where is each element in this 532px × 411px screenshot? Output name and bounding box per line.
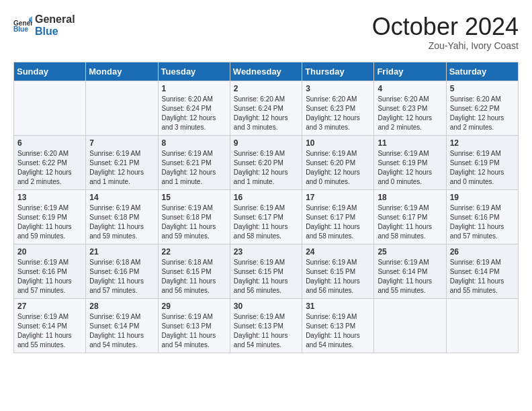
day-number: 24 <box>306 247 370 257</box>
calendar-week-row: 27Sunrise: 6:19 AM Sunset: 6:14 PM Dayli… <box>14 298 519 353</box>
calendar-cell: 28Sunrise: 6:19 AM Sunset: 6:14 PM Dayli… <box>86 298 158 353</box>
day-info: Sunrise: 6:19 AM Sunset: 6:18 PM Dayligh… <box>162 203 226 241</box>
day-number: 28 <box>89 302 154 311</box>
calendar-cell: 23Sunrise: 6:19 AM Sunset: 6:15 PM Dayli… <box>230 244 302 298</box>
day-number: 5 <box>450 84 515 93</box>
day-info: Sunrise: 6:19 AM Sunset: 6:19 PM Dayligh… <box>378 149 442 187</box>
weekday-header-friday: Friday <box>374 62 446 81</box>
day-info: Sunrise: 6:18 AM Sunset: 6:15 PM Dayligh… <box>162 258 226 295</box>
calendar-cell: 25Sunrise: 6:19 AM Sunset: 6:14 PM Dayli… <box>374 244 446 298</box>
calendar-cell <box>446 298 518 353</box>
weekday-header-saturday: Saturday <box>446 62 518 81</box>
calendar-cell: 12Sunrise: 6:19 AM Sunset: 6:19 PM Dayli… <box>446 135 518 189</box>
day-info: Sunrise: 6:19 AM Sunset: 6:15 PM Dayligh… <box>234 258 298 295</box>
day-info: Sunrise: 6:19 AM Sunset: 6:21 PM Dayligh… <box>89 149 154 187</box>
day-number: 21 <box>89 247 154 257</box>
day-number: 20 <box>17 247 82 257</box>
calendar-cell <box>374 298 446 353</box>
day-number: 8 <box>162 138 226 148</box>
weekday-header-wednesday: Wednesday <box>230 62 302 81</box>
calendar-week-row: 20Sunrise: 6:19 AM Sunset: 6:16 PM Dayli… <box>14 244 519 298</box>
day-info: Sunrise: 6:19 AM Sunset: 6:17 PM Dayligh… <box>378 203 442 241</box>
day-info: Sunrise: 6:19 AM Sunset: 6:13 PM Dayligh… <box>306 312 370 350</box>
location: Zou-Yahi, Ivory Coast <box>372 40 519 51</box>
logo-icon: General Blue <box>13 16 32 35</box>
calendar-cell: 3Sunrise: 6:20 AM Sunset: 6:23 PM Daylig… <box>302 81 374 135</box>
day-info: Sunrise: 6:20 AM Sunset: 6:23 PM Dayligh… <box>378 95 442 132</box>
calendar-week-row: 1Sunrise: 6:20 AM Sunset: 6:24 PM Daylig… <box>14 81 519 135</box>
calendar-cell: 4Sunrise: 6:20 AM Sunset: 6:23 PM Daylig… <box>374 81 446 135</box>
day-number: 14 <box>89 193 154 202</box>
day-number: 16 <box>234 193 298 202</box>
day-number: 7 <box>89 138 154 148</box>
calendar-cell: 21Sunrise: 6:18 AM Sunset: 6:16 PM Dayli… <box>86 244 158 298</box>
weekday-header-tuesday: Tuesday <box>158 62 230 81</box>
calendar-cell: 9Sunrise: 6:19 AM Sunset: 6:20 PM Daylig… <box>230 135 302 189</box>
calendar-cell: 8Sunrise: 6:19 AM Sunset: 6:21 PM Daylig… <box>158 135 230 189</box>
day-number: 15 <box>162 193 226 202</box>
calendar-cell: 27Sunrise: 6:19 AM Sunset: 6:14 PM Dayli… <box>14 298 86 353</box>
day-number: 12 <box>450 138 515 148</box>
calendar-cell: 29Sunrise: 6:19 AM Sunset: 6:13 PM Dayli… <box>158 298 230 353</box>
day-number: 4 <box>378 84 442 93</box>
calendar-cell: 19Sunrise: 6:19 AM Sunset: 6:16 PM Dayli… <box>446 189 518 244</box>
day-number: 27 <box>17 302 82 311</box>
calendar-cell: 15Sunrise: 6:19 AM Sunset: 6:18 PM Dayli… <box>158 189 230 244</box>
calendar-cell: 24Sunrise: 6:19 AM Sunset: 6:15 PM Dayli… <box>302 244 374 298</box>
page-header: General Blue General Blue October 2024 Z… <box>13 13 519 51</box>
month-title: October 2024 <box>372 13 519 40</box>
day-info: Sunrise: 6:19 AM Sunset: 6:14 PM Dayligh… <box>450 258 515 295</box>
day-number: 13 <box>17 193 82 202</box>
day-info: Sunrise: 6:20 AM Sunset: 6:22 PM Dayligh… <box>17 149 82 187</box>
calendar-cell: 16Sunrise: 6:19 AM Sunset: 6:17 PM Dayli… <box>230 189 302 244</box>
day-info: Sunrise: 6:19 AM Sunset: 6:14 PM Dayligh… <box>17 312 82 350</box>
calendar-cell: 11Sunrise: 6:19 AM Sunset: 6:19 PM Dayli… <box>374 135 446 189</box>
calendar-cell: 26Sunrise: 6:19 AM Sunset: 6:14 PM Dayli… <box>446 244 518 298</box>
logo-line2: Blue <box>35 26 75 38</box>
day-number: 25 <box>378 247 442 257</box>
day-number: 31 <box>306 302 370 311</box>
calendar-cell: 7Sunrise: 6:19 AM Sunset: 6:21 PM Daylig… <box>86 135 158 189</box>
day-info: Sunrise: 6:20 AM Sunset: 6:24 PM Dayligh… <box>234 95 298 132</box>
day-number: 3 <box>306 84 370 93</box>
calendar-cell: 2Sunrise: 6:20 AM Sunset: 6:24 PM Daylig… <box>230 81 302 135</box>
day-number: 22 <box>162 247 226 257</box>
day-info: Sunrise: 6:19 AM Sunset: 6:14 PM Dayligh… <box>378 258 442 295</box>
weekday-header-monday: Monday <box>86 62 158 81</box>
day-number: 23 <box>234 247 298 257</box>
calendar-cell: 17Sunrise: 6:19 AM Sunset: 6:17 PM Dayli… <box>302 189 374 244</box>
day-info: Sunrise: 6:19 AM Sunset: 6:16 PM Dayligh… <box>450 203 515 241</box>
calendar-cell: 20Sunrise: 6:19 AM Sunset: 6:16 PM Dayli… <box>14 244 86 298</box>
day-info: Sunrise: 6:19 AM Sunset: 6:19 PM Dayligh… <box>17 203 82 241</box>
day-info: Sunrise: 6:19 AM Sunset: 6:14 PM Dayligh… <box>89 312 154 350</box>
calendar-cell: 14Sunrise: 6:19 AM Sunset: 6:18 PM Dayli… <box>86 189 158 244</box>
calendar-cell: 18Sunrise: 6:19 AM Sunset: 6:17 PM Dayli… <box>374 189 446 244</box>
day-info: Sunrise: 6:18 AM Sunset: 6:16 PM Dayligh… <box>89 258 154 295</box>
day-info: Sunrise: 6:19 AM Sunset: 6:13 PM Dayligh… <box>162 312 226 350</box>
calendar-table: SundayMondayTuesdayWednesdayThursdayFrid… <box>13 62 519 353</box>
weekday-header-thursday: Thursday <box>302 62 374 81</box>
calendar-cell: 5Sunrise: 6:20 AM Sunset: 6:22 PM Daylig… <box>446 81 518 135</box>
calendar-cell: 6Sunrise: 6:20 AM Sunset: 6:22 PM Daylig… <box>14 135 86 189</box>
calendar-week-row: 6Sunrise: 6:20 AM Sunset: 6:22 PM Daylig… <box>14 135 519 189</box>
day-info: Sunrise: 6:19 AM Sunset: 6:21 PM Dayligh… <box>162 149 226 187</box>
day-number: 17 <box>306 193 370 202</box>
title-block: October 2024 Zou-Yahi, Ivory Coast <box>372 13 519 51</box>
day-number: 9 <box>234 138 298 148</box>
day-number: 2 <box>234 84 298 93</box>
day-number: 19 <box>450 193 515 202</box>
weekday-header-row: SundayMondayTuesdayWednesdayThursdayFrid… <box>14 62 519 81</box>
calendar-cell: 22Sunrise: 6:18 AM Sunset: 6:15 PM Dayli… <box>158 244 230 298</box>
calendar-cell <box>86 81 158 135</box>
day-number: 10 <box>306 138 370 148</box>
day-number: 18 <box>378 193 442 202</box>
calendar-cell: 10Sunrise: 6:19 AM Sunset: 6:20 PM Dayli… <box>302 135 374 189</box>
day-number: 29 <box>162 302 226 311</box>
day-number: 6 <box>17 138 82 148</box>
calendar-cell: 30Sunrise: 6:19 AM Sunset: 6:13 PM Dayli… <box>230 298 302 353</box>
svg-text:Blue: Blue <box>13 26 28 33</box>
day-info: Sunrise: 6:19 AM Sunset: 6:20 PM Dayligh… <box>234 149 298 187</box>
day-info: Sunrise: 6:20 AM Sunset: 6:23 PM Dayligh… <box>306 95 370 132</box>
day-info: Sunrise: 6:20 AM Sunset: 6:24 PM Dayligh… <box>162 95 226 132</box>
day-info: Sunrise: 6:19 AM Sunset: 6:15 PM Dayligh… <box>306 258 370 295</box>
